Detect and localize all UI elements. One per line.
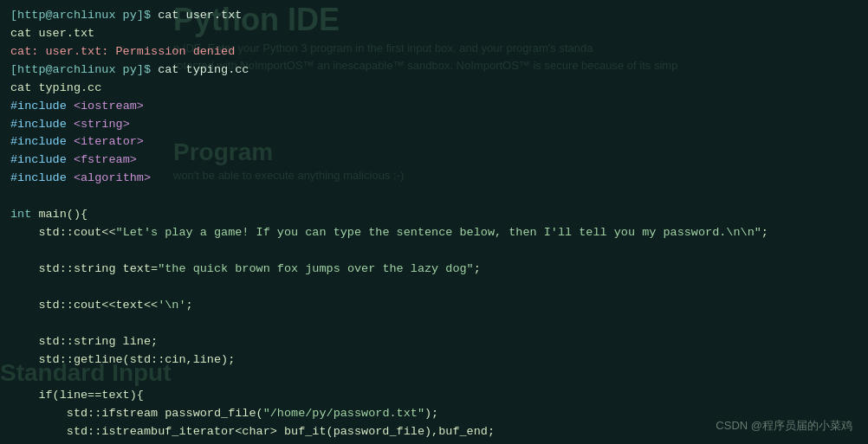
include-7: <string> [74,118,130,131]
line-9: #include <fstream> [10,151,858,170]
line-11 [10,188,858,206]
output-2: cat user.txt [10,27,94,40]
include-6: <iostream> [74,100,144,113]
line-21 [10,369,858,387]
normal-15a: std::string text= [10,262,158,275]
normal-12: main(){ [31,208,87,221]
normal-13: std::cout<< [10,226,116,239]
keyword-8: #include [10,135,67,148]
semi-23: ); [424,407,438,420]
keyword-9: #include [10,153,67,166]
line-14 [10,242,858,261]
line-4: [http@archlinux py]$ cat typing.cc [10,61,858,80]
keyword-10: #include [10,171,67,184]
line-20: std::getline(std::cin,line); [10,351,858,370]
string-23: "/home/py/password.txt" [263,407,424,420]
normal-6 [67,100,74,113]
normal-20: std::getline(std::cin,line); [10,353,235,366]
prompt-4: [http@archlinux py]$ [10,63,158,76]
normal-24: std::istreambuf_iterator<char> buf_it(pa… [10,425,495,438]
line-5: cat typing.cc [10,80,858,98]
line-3: cat: user.txt: Permission denied [10,43,858,61]
include-9: <fstream> [74,153,137,166]
include-10: <algorithm> [74,171,151,184]
normal-9 [67,153,74,166]
error-3: cat: user.txt: Permission denied [10,45,235,58]
line-15: std::string text="the quick brown fox ju… [10,261,858,279]
line-18 [10,315,858,333]
line-13: std::cout<<"Let's play a game! If you ca… [10,224,858,242]
line-10: #include <algorithm> [10,170,858,188]
normal-19: std::string line; [10,335,158,348]
cmd-1: cat user.txt [158,9,242,22]
semi-13: ; [761,226,768,239]
keyword-6: #include [10,100,67,113]
line-16 [10,279,858,297]
type-12: int [10,208,31,221]
normal-22: if(line==text){ [10,389,144,402]
terminal-content: [http@archlinux py]$ cat user.txt cat us… [0,0,868,444]
line-2: cat user.txt [10,25,858,43]
normal-10 [67,171,74,184]
line-6: #include <iostream> [10,98,858,116]
line-12: int main(){ [10,206,858,224]
normal-8 [67,135,74,148]
csdn-watermark: CSDN @程序员届的小菜鸡 [716,418,852,434]
semi-15: ; [474,262,481,275]
normal-17: std::cout<<text<< [10,299,158,312]
normal-7 [67,118,74,131]
line-22: if(line==text){ [10,387,858,405]
line-19: std::string line; [10,333,858,351]
line-1: [http@archlinux py]$ cat user.txt [10,7,858,25]
line-8: #include <iterator> [10,133,858,151]
line-7: #include <string> [10,116,858,134]
include-8: <iterator> [74,135,144,148]
string-15: "the quick brown fox jumps over the lazy… [158,262,474,275]
prompt-1: [http@archlinux py]$ [10,9,158,22]
char-17: '\n' [158,299,185,312]
cmd-4: cat typing.cc [158,63,249,76]
string-13: "Let's play a game! If you can type the … [116,226,761,239]
semi-17: ; [186,299,193,312]
keyword-7: #include [10,118,67,131]
output-5: cat typing.cc [10,81,101,94]
line-17: std::cout<<text<<'\n'; [10,297,858,315]
normal-23a: std::ifstream password_file( [10,407,263,420]
